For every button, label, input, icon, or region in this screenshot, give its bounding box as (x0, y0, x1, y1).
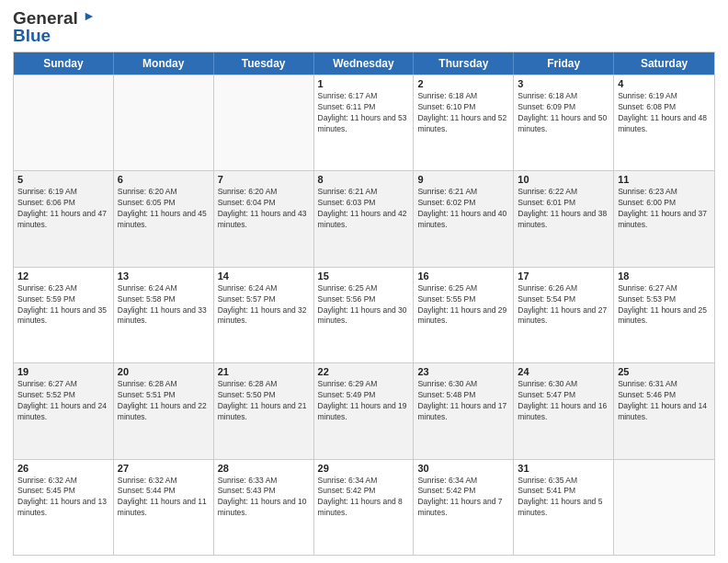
day-number: 23 (417, 366, 509, 377)
day-number: 13 (118, 270, 210, 282)
day-info: Sunrise: 6:17 AM Sunset: 6:11 PM Dayligh… (318, 91, 410, 135)
day-info: Sunrise: 6:18 AM Sunset: 6:09 PM Dayligh… (518, 91, 609, 135)
day-info: Sunrise: 6:32 AM Sunset: 5:44 PM Dayligh… (118, 476, 210, 520)
day-info: Sunrise: 6:20 AM Sunset: 6:05 PM Dayligh… (118, 187, 210, 231)
day-number: 8 (318, 174, 410, 185)
calendar-cell: 11Sunrise: 6:23 AM Sunset: 6:00 PM Dayli… (614, 171, 714, 266)
calendar-week-4: 19Sunrise: 6:27 AM Sunset: 5:52 PM Dayli… (14, 362, 714, 458)
weekday-header-sunday: Sunday (14, 52, 114, 75)
calendar-cell (214, 75, 314, 170)
calendar-cell: 14Sunrise: 6:24 AM Sunset: 5:57 PM Dayli… (214, 268, 314, 362)
day-number: 30 (417, 463, 509, 474)
day-info: Sunrise: 6:30 AM Sunset: 5:48 PM Dayligh… (417, 379, 509, 423)
calendar-cell: 30Sunrise: 6:34 AM Sunset: 5:42 PM Dayli… (414, 460, 514, 555)
calendar-cell (114, 75, 214, 170)
calendar-week-1: 1Sunrise: 6:17 AM Sunset: 6:11 PM Daylig… (14, 75, 714, 170)
logo: General ► Blue (13, 9, 96, 44)
day-number: 5 (17, 174, 109, 185)
day-info: Sunrise: 6:27 AM Sunset: 5:52 PM Dayligh… (17, 379, 109, 423)
calendar-cell: 23Sunrise: 6:30 AM Sunset: 5:48 PM Dayli… (414, 363, 514, 458)
day-info: Sunrise: 6:34 AM Sunset: 5:42 PM Dayligh… (417, 476, 509, 520)
calendar-cell: 10Sunrise: 6:22 AM Sunset: 6:01 PM Dayli… (514, 171, 614, 266)
calendar: SundayMondayTuesdayWednesdayThursdayFrid… (13, 52, 715, 556)
day-number: 3 (518, 78, 609, 89)
calendar-cell: 5Sunrise: 6:19 AM Sunset: 6:06 PM Daylig… (14, 171, 114, 266)
day-info: Sunrise: 6:24 AM Sunset: 5:58 PM Dayligh… (118, 283, 210, 327)
day-info: Sunrise: 6:21 AM Sunset: 6:03 PM Dayligh… (318, 187, 410, 231)
calendar-cell: 2Sunrise: 6:18 AM Sunset: 6:10 PM Daylig… (414, 75, 514, 170)
day-number: 19 (17, 366, 109, 377)
day-number: 18 (618, 270, 711, 282)
calendar-week-2: 5Sunrise: 6:19 AM Sunset: 6:06 PM Daylig… (14, 170, 714, 266)
day-info: Sunrise: 6:26 AM Sunset: 5:54 PM Dayligh… (518, 283, 609, 327)
calendar-cell: 21Sunrise: 6:28 AM Sunset: 5:50 PM Dayli… (214, 363, 314, 458)
calendar-cell: 25Sunrise: 6:31 AM Sunset: 5:46 PM Dayli… (614, 363, 714, 458)
day-number: 29 (318, 463, 410, 474)
logo-arrow-icon: ► (83, 8, 96, 23)
day-number: 28 (218, 463, 310, 474)
day-info: Sunrise: 6:30 AM Sunset: 5:47 PM Dayligh… (518, 379, 609, 423)
weekday-header-thursday: Thursday (414, 52, 514, 75)
calendar-cell: 7Sunrise: 6:20 AM Sunset: 6:04 PM Daylig… (214, 171, 314, 266)
day-info: Sunrise: 6:28 AM Sunset: 5:50 PM Dayligh… (218, 379, 310, 423)
calendar-cell: 31Sunrise: 6:35 AM Sunset: 5:41 PM Dayli… (514, 460, 614, 555)
logo-blue-text: Blue (13, 27, 96, 44)
day-number: 11 (618, 174, 711, 185)
calendar-cell: 27Sunrise: 6:32 AM Sunset: 5:44 PM Dayli… (114, 460, 214, 555)
calendar-cell (614, 460, 714, 555)
calendar-cell: 6Sunrise: 6:20 AM Sunset: 6:05 PM Daylig… (114, 171, 214, 266)
day-info: Sunrise: 6:35 AM Sunset: 5:41 PM Dayligh… (518, 476, 609, 520)
day-number: 27 (118, 463, 210, 474)
day-info: Sunrise: 6:27 AM Sunset: 5:53 PM Dayligh… (618, 283, 711, 327)
day-info: Sunrise: 6:22 AM Sunset: 6:01 PM Dayligh… (518, 187, 609, 231)
calendar-week-3: 12Sunrise: 6:23 AM Sunset: 5:59 PM Dayli… (14, 267, 714, 362)
logo: General ► Blue (13, 9, 96, 44)
day-info: Sunrise: 6:20 AM Sunset: 6:04 PM Dayligh… (218, 187, 310, 231)
day-info: Sunrise: 6:34 AM Sunset: 5:42 PM Dayligh… (318, 476, 410, 520)
calendar-cell: 15Sunrise: 6:25 AM Sunset: 5:56 PM Dayli… (314, 268, 415, 362)
day-number: 10 (518, 174, 609, 185)
logo-general-text: General (13, 8, 78, 28)
calendar-cell: 13Sunrise: 6:24 AM Sunset: 5:58 PM Dayli… (114, 268, 214, 362)
day-number: 6 (118, 174, 210, 185)
day-info: Sunrise: 6:19 AM Sunset: 6:06 PM Dayligh… (17, 187, 109, 231)
calendar-container: General ► Blue SundayMondayTuesdayWednes… (0, 0, 728, 563)
day-number: 17 (518, 270, 609, 282)
day-number: 31 (518, 463, 609, 474)
day-number: 7 (218, 174, 310, 185)
calendar-cell: 1Sunrise: 6:17 AM Sunset: 6:11 PM Daylig… (314, 75, 415, 170)
day-info: Sunrise: 6:18 AM Sunset: 6:10 PM Dayligh… (417, 91, 509, 135)
calendar-cell: 26Sunrise: 6:32 AM Sunset: 5:45 PM Dayli… (14, 460, 114, 555)
day-number: 20 (118, 366, 210, 377)
day-number: 21 (218, 366, 310, 377)
header: General ► Blue (13, 9, 715, 44)
calendar-cell: 24Sunrise: 6:30 AM Sunset: 5:47 PM Dayli… (514, 363, 614, 458)
day-info: Sunrise: 6:24 AM Sunset: 5:57 PM Dayligh… (218, 283, 310, 327)
day-info: Sunrise: 6:23 AM Sunset: 5:59 PM Dayligh… (17, 283, 109, 327)
day-info: Sunrise: 6:33 AM Sunset: 5:43 PM Dayligh… (218, 476, 310, 520)
calendar-cell: 12Sunrise: 6:23 AM Sunset: 5:59 PM Dayli… (14, 268, 114, 362)
day-number: 15 (318, 270, 410, 282)
day-info: Sunrise: 6:31 AM Sunset: 5:46 PM Dayligh… (618, 379, 711, 423)
day-number: 14 (218, 270, 310, 282)
calendar-cell: 20Sunrise: 6:28 AM Sunset: 5:51 PM Dayli… (114, 363, 214, 458)
calendar-cell: 22Sunrise: 6:29 AM Sunset: 5:49 PM Dayli… (314, 363, 415, 458)
calendar-cell: 28Sunrise: 6:33 AM Sunset: 5:43 PM Dayli… (214, 460, 314, 555)
weekday-header-friday: Friday (514, 52, 614, 75)
calendar-cell: 3Sunrise: 6:18 AM Sunset: 6:09 PM Daylig… (514, 75, 614, 170)
calendar-week-5: 26Sunrise: 6:32 AM Sunset: 5:45 PM Dayli… (14, 459, 714, 555)
day-info: Sunrise: 6:32 AM Sunset: 5:45 PM Dayligh… (17, 476, 109, 520)
calendar-cell: 17Sunrise: 6:26 AM Sunset: 5:54 PM Dayli… (514, 268, 614, 362)
day-info: Sunrise: 6:19 AM Sunset: 6:08 PM Dayligh… (618, 91, 711, 135)
calendar-cell: 18Sunrise: 6:27 AM Sunset: 5:53 PM Dayli… (614, 268, 714, 362)
calendar-body: 1Sunrise: 6:17 AM Sunset: 6:11 PM Daylig… (14, 75, 714, 555)
day-number: 24 (518, 366, 609, 377)
calendar-header-row: SundayMondayTuesdayWednesdayThursdayFrid… (14, 52, 714, 75)
day-number: 4 (618, 78, 711, 89)
day-info: Sunrise: 6:29 AM Sunset: 5:49 PM Dayligh… (318, 379, 410, 423)
calendar-cell: 9Sunrise: 6:21 AM Sunset: 6:02 PM Daylig… (414, 171, 514, 266)
day-info: Sunrise: 6:25 AM Sunset: 5:55 PM Dayligh… (417, 283, 509, 327)
weekday-header-wednesday: Wednesday (314, 52, 415, 75)
day-number: 12 (17, 270, 109, 282)
weekday-header-tuesday: Tuesday (214, 52, 314, 75)
